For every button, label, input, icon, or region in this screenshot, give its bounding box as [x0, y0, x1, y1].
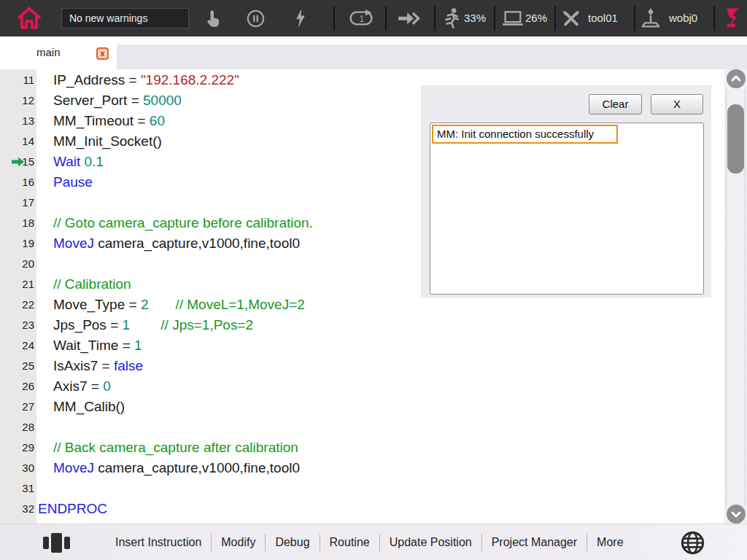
single-cycle-icon[interactable]: 1	[348, 9, 374, 27]
code-line-23[interactable]: 23Jps_Pos = 1 // Jps=1,Pos=2	[0, 315, 724, 335]
message-listbox[interactable]: MM: Init connection successfully	[430, 122, 704, 295]
topbar-divider	[554, 6, 556, 31]
speed-percentage: 33%	[464, 12, 486, 24]
code-line-31[interactable]: 31	[0, 478, 724, 499]
taskbar-menu: Insert InstructionModifyDebugRoutineUpda…	[106, 524, 633, 560]
code-line-27[interactable]: 27MM_Calib()	[0, 397, 724, 417]
screen-brightness-icon[interactable]	[502, 10, 524, 27]
code-line-30[interactable]: 30MoveJ camera_capture,v1000,fine,tool0	[0, 458, 724, 478]
pendant-bar	[64, 537, 70, 549]
code-text: MM_Init_Socket()	[53, 131, 162, 152]
code-text: Axis7 = 0	[53, 376, 111, 397]
code-text: // Calibration	[53, 274, 131, 295]
work-object-joystick-icon[interactable]	[640, 7, 661, 29]
menu-item-insert-instruction[interactable]: Insert Instruction	[106, 536, 211, 549]
topbar-divider	[634, 6, 635, 31]
scrollbar-thumb[interactable]	[727, 104, 744, 174]
message-panel: Clear X MM: Init connection successfully	[421, 85, 711, 298]
menu-item-debug[interactable]: Debug	[266, 536, 319, 549]
step-forward-icon[interactable]	[398, 10, 422, 26]
message-item[interactable]: MM: Init connection successfully	[432, 125, 618, 144]
warning-status-box[interactable]: No new warnings	[61, 8, 189, 28]
work-object-label: wobj0	[669, 12, 697, 24]
line-number: 21	[0, 274, 34, 295]
menu-item-project-manager[interactable]: Project Manager	[482, 536, 587, 549]
code-line-25[interactable]: 25IsAxis7 = false	[0, 356, 724, 376]
topbar-divider	[713, 6, 715, 31]
line-number: 32	[0, 499, 34, 519]
line-number: 13	[0, 111, 34, 131]
code-text: Move_Type = 2 // MoveL=1,MoveJ=2	[53, 295, 305, 315]
code-text: ENDPROC	[38, 499, 107, 519]
line-number: 28	[0, 417, 34, 438]
menu-item-modify[interactable]: Modify	[212, 536, 265, 549]
code-line-28[interactable]: 28	[0, 417, 724, 438]
pendant-bar	[51, 533, 62, 553]
line-number: 24	[0, 335, 34, 356]
home-icon[interactable]	[15, 5, 43, 32]
close-panel-button[interactable]: X	[651, 94, 703, 114]
tab-main[interactable]: main x	[0, 36, 117, 69]
motors-power-icon[interactable]	[293, 8, 309, 28]
scrollbar-track[interactable]	[745, 90, 746, 505]
chevron-down-icon	[727, 505, 746, 524]
topbar-divider	[385, 6, 387, 31]
line-number: 25	[0, 356, 34, 376]
line-number: 26	[0, 376, 34, 397]
code-line-29[interactable]: 29// Back camera_capture after calibrati…	[0, 438, 724, 458]
robot-brand-icon[interactable]	[723, 7, 742, 30]
menu-item-more[interactable]: More	[587, 536, 632, 549]
code-line-26[interactable]: 26Axis7 = 0	[0, 376, 724, 397]
active-tool-label: tool01	[588, 12, 618, 24]
line-number: 19	[0, 233, 34, 254]
line-number: 20	[0, 254, 34, 274]
code-line-32[interactable]: 32ENDPROC	[0, 499, 724, 519]
menu-item-routine[interactable]: Routine	[320, 536, 379, 549]
line-number: 22	[0, 295, 34, 315]
editor-tab-strip: main x	[0, 36, 747, 69]
bottom-taskbar: Insert InstructionModifyDebugRoutineUpda…	[0, 524, 747, 560]
code-text: // Back camera_capture after calibration	[53, 438, 298, 458]
tab-close-icon[interactable]: x	[96, 47, 109, 60]
code-text: Wait 0.1	[53, 152, 104, 172]
line-number: 23	[0, 315, 34, 335]
code-line-22[interactable]: 22Move_Type = 2 // MoveL=1,MoveJ=2	[0, 295, 724, 315]
code-text: Wait_Time = 1	[53, 335, 142, 356]
scroll-down-button[interactable]	[727, 505, 746, 524]
language-globe-icon[interactable]	[681, 531, 705, 555]
line-number: 18	[0, 213, 34, 233]
screen-percentage: 26%	[525, 12, 547, 24]
line-number: 14	[0, 131, 34, 152]
scrollbar-track[interactable]	[726, 90, 727, 505]
pendant-bar	[43, 537, 49, 549]
tool-settings-icon[interactable]	[561, 9, 581, 28]
top-status-bar: No new warnings 1 33% 26% tool01	[0, 0, 747, 36]
line-number: 12	[0, 90, 34, 111]
line-number: 31	[0, 478, 34, 499]
code-line-24[interactable]: 24Wait_Time = 1	[0, 335, 724, 356]
code-text: MM_Timeout = 60	[53, 111, 165, 131]
scroll-up-button[interactable]	[727, 69, 746, 88]
code-text: MoveJ camera_capture,v1000,fine,tool0	[53, 233, 300, 254]
clear-button[interactable]: Clear	[589, 94, 642, 114]
manual-mode-hand-icon[interactable]	[205, 9, 222, 28]
code-text: Jps_Pos = 1 // Jps=1,Pos=2	[53, 315, 253, 335]
line-number: 29	[0, 438, 34, 458]
code-text: // Goto camera_capture before calibratio…	[53, 213, 313, 233]
topbar-divider	[494, 6, 495, 31]
code-text: Pause	[53, 172, 93, 192]
line-number: 11	[0, 70, 34, 90]
menu-item-update-position[interactable]: Update Position	[380, 536, 481, 549]
speed-runner-icon[interactable]	[442, 7, 461, 29]
code-text: MM_Calib()	[53, 397, 125, 417]
pause-status-icon[interactable]	[246, 9, 266, 28]
topbar-divider	[434, 6, 436, 31]
pendant-menu-icon[interactable]	[42, 532, 71, 553]
chevron-up-icon	[727, 69, 746, 88]
line-number: 30	[0, 458, 34, 478]
tab-main-label: main	[36, 46, 61, 58]
code-text: Server_Port = 50000	[53, 90, 182, 111]
cycle-once-label: 1	[360, 14, 365, 24]
warning-text: No new warnings	[69, 12, 147, 24]
line-number: 16	[0, 172, 34, 192]
